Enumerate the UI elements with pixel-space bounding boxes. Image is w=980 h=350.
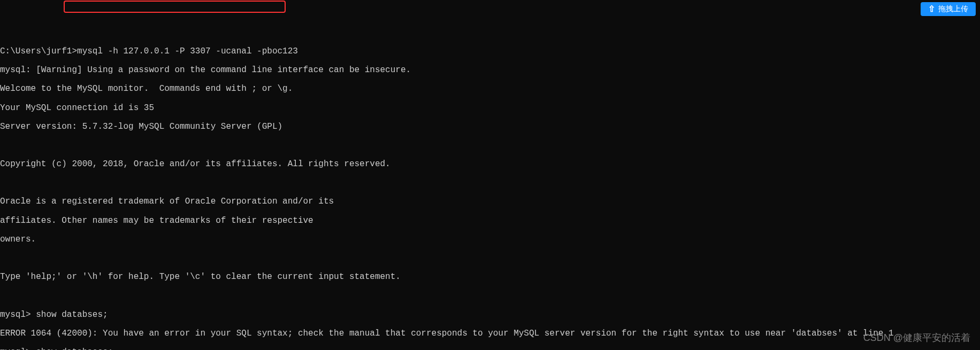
highlight-annotation — [64, 1, 286, 13]
trademark-line-2: affiliates. Other names may be trademark… — [0, 216, 980, 226]
upload-button-label: 拖拽上传 — [938, 5, 968, 13]
welcome-line: Welcome to the MySQL monitor. Commands e… — [0, 84, 980, 94]
prompt-line: C:\Users\jurf1>mysql -h 127.0.0.1 -P 330… — [0, 47, 980, 57]
error-line: ERROR 1064 (42000): You have an error in… — [0, 329, 980, 339]
mysql-command: mysql -h 127.0.0.1 -P 3307 -ucanal -pboc… — [77, 46, 298, 56]
warning-line: mysql: [Warning] Using a password on the… — [0, 66, 980, 75]
sql-command-2: mysql> show databases; — [0, 348, 980, 350]
connection-id-line: Your MySQL connection id is 35 — [0, 104, 980, 113]
help-line: Type 'help;' or '\h' for help. Type '\c'… — [0, 273, 980, 282]
blank-line — [0, 291, 980, 301]
prompt-path: C:\Users\jurf1> — [0, 46, 77, 56]
upload-button[interactable]: ⇧ 拖拽上传 — [921, 2, 976, 16]
blank-line — [0, 178, 980, 188]
trademark-line-3: owners. — [0, 235, 980, 245]
terminal-output[interactable]: C:\Users\jurf1>mysql -h 127.0.0.1 -P 330… — [0, 37, 980, 350]
copyright-line: Copyright (c) 2000, 2018, Oracle and/or … — [0, 160, 980, 169]
watermark-text: CSDN @健康平安的活着 — [863, 333, 970, 344]
sql-command-1: mysql> show databses; — [0, 310, 980, 320]
version-line: Server version: 5.7.32-log MySQL Communi… — [0, 122, 980, 132]
blank-line — [0, 254, 980, 263]
upload-icon: ⇧ — [928, 4, 935, 14]
trademark-line-1: Oracle is a registered trademark of Orac… — [0, 197, 980, 207]
blank-line — [0, 141, 980, 151]
